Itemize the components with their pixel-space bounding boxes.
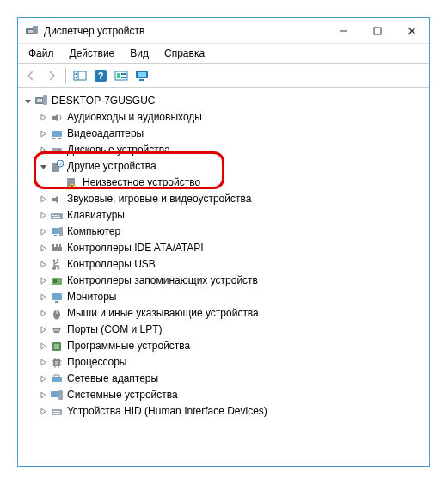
svg-rect-25 xyxy=(58,138,61,139)
expander-closed-icon[interactable] xyxy=(37,244,49,252)
svg-rect-22 xyxy=(43,95,47,105)
tree-node-net[interactable]: Сетевые адаптеры xyxy=(21,371,429,387)
svg-rect-19 xyxy=(139,79,144,81)
tree-node-other[interactable]: ? Другие устройства xyxy=(21,158,429,175)
tree-node-audio[interactable]: Аудиовходы и аудиовыходы xyxy=(21,109,429,126)
computer-icon xyxy=(34,95,48,108)
svg-point-56 xyxy=(56,329,58,331)
device-manager-window: Диспетчер устройств Файл Действие Вид Сп… xyxy=(17,17,430,467)
svg-rect-14 xyxy=(117,73,120,78)
expander-closed-icon[interactable] xyxy=(37,114,49,121)
tree-root-label: DESKTOP-7GUSGUC xyxy=(52,93,155,109)
tree-node-hid[interactable]: Устройства HID (Human Interface Devices) xyxy=(21,403,429,420)
tree-label: Звуковые, игровые и видеоустройства xyxy=(67,191,251,207)
ide-controller-icon xyxy=(50,242,64,255)
svg-rect-33 xyxy=(51,213,63,219)
tree-label: Видеоадаптеры xyxy=(67,126,144,142)
svg-rect-37 xyxy=(53,217,60,218)
scan-hardware-button[interactable] xyxy=(112,66,131,85)
svg-rect-7 xyxy=(74,71,86,80)
mouse-icon xyxy=(50,307,64,321)
expander-closed-icon[interactable] xyxy=(37,310,49,317)
svg-point-27 xyxy=(58,150,60,152)
svg-rect-35 xyxy=(55,215,57,216)
svg-point-48 xyxy=(58,267,60,269)
expander-closed-icon[interactable] xyxy=(37,277,49,285)
tree-node-usb[interactable]: Контроллеры USB xyxy=(21,256,429,273)
expander-open-icon[interactable] xyxy=(21,97,34,105)
expander-closed-icon[interactable] xyxy=(37,342,49,350)
expander-closed-icon[interactable] xyxy=(37,391,49,399)
tree-node-cpu[interactable]: Процессоры xyxy=(21,354,429,371)
expander-closed-icon[interactable] xyxy=(37,146,49,154)
tree-node-system[interactable]: Системные устройства xyxy=(21,387,429,403)
port-icon xyxy=(50,323,64,337)
toolbar-separator xyxy=(65,68,66,83)
tree-node-unknown[interactable]: ! Неизвестное устройство xyxy=(21,175,429,191)
expander-closed-icon[interactable] xyxy=(37,293,49,301)
tree-node-sound[interactable]: Звуковые, игровые и видеоустройства xyxy=(21,191,429,207)
svg-point-55 xyxy=(54,329,56,331)
minimize-button[interactable] xyxy=(326,18,360,44)
maximize-button[interactable] xyxy=(360,18,395,44)
svg-rect-39 xyxy=(54,235,57,236)
svg-rect-9 xyxy=(76,73,77,75)
expander-closed-icon[interactable] xyxy=(37,130,49,138)
tree-node-storage[interactable]: Контроллеры запоминающих устройств xyxy=(21,273,429,289)
svg-rect-38 xyxy=(52,228,59,234)
expander-closed-icon[interactable] xyxy=(37,326,49,334)
tree-node-software[interactable]: Программные устройства xyxy=(21,338,429,354)
tree-node-video[interactable]: Видеоадаптеры xyxy=(21,126,429,142)
device-tree[interactable]: DESKTOP-7GUSGUC Аудиовходы и аудиовыходы… xyxy=(18,88,429,466)
tree-label: Сетевые адаптеры xyxy=(67,371,158,387)
svg-rect-74 xyxy=(53,411,60,412)
menu-view[interactable]: Вид xyxy=(123,46,156,61)
svg-rect-1 xyxy=(28,30,33,33)
tree-label: Системные устройства xyxy=(67,387,178,403)
tree-label: Неизвестное устройство xyxy=(83,175,200,191)
expander-closed-icon[interactable] xyxy=(37,195,49,203)
menu-file[interactable]: Файл xyxy=(21,46,61,61)
svg-rect-73 xyxy=(52,409,62,415)
app-icon xyxy=(25,24,39,38)
svg-point-46 xyxy=(53,259,56,261)
expander-open-icon[interactable] xyxy=(37,163,49,170)
tree-node-monitor[interactable]: Мониторы xyxy=(21,289,429,305)
svg-rect-47 xyxy=(57,259,59,261)
tree-node-disk[interactable]: Дисковые устройства xyxy=(21,142,429,158)
tree-label: Компьютер xyxy=(67,224,120,240)
expander-closed-icon[interactable] xyxy=(37,261,49,268)
menu-action[interactable]: Действие xyxy=(63,46,122,61)
svg-rect-51 xyxy=(52,293,62,300)
hid-icon xyxy=(50,405,64,419)
svg-rect-75 xyxy=(53,413,60,414)
sound-icon xyxy=(50,193,64,206)
tree-node-computer[interactable]: Компьютер xyxy=(21,224,429,240)
other-devices-icon: ? xyxy=(50,160,64,174)
tree-node-mouse[interactable]: Мыши и иные указывающие устройства xyxy=(21,305,429,322)
tree-node-ports[interactable]: Порты (COM и LPT) xyxy=(21,322,429,338)
software-device-icon xyxy=(50,340,64,353)
expander-closed-icon[interactable] xyxy=(37,228,49,236)
disk-icon xyxy=(50,144,64,157)
svg-text:!: ! xyxy=(71,183,73,189)
tree-label: Мониторы xyxy=(67,289,116,305)
help-button[interactable]: ? xyxy=(91,66,110,85)
tree-node-ide[interactable]: Контроллеры IDE ATA/ATAPI xyxy=(21,240,429,256)
show-hide-tree-button[interactable] xyxy=(71,66,89,85)
expander-closed-icon[interactable] xyxy=(37,375,49,383)
pc-icon xyxy=(50,225,64,239)
svg-rect-72 xyxy=(58,390,63,400)
close-button[interactable] xyxy=(395,18,429,44)
tree-root[interactable]: DESKTOP-7GUSGUC xyxy=(21,93,429,109)
svg-rect-41 xyxy=(52,247,62,251)
expander-closed-icon[interactable] xyxy=(37,212,49,219)
tree-node-keyboard[interactable]: Клавиатуры xyxy=(21,207,429,224)
svg-rect-52 xyxy=(55,301,58,303)
window-controls xyxy=(326,18,429,44)
tree-label: Дисковые устройства xyxy=(67,142,170,158)
menu-help[interactable]: Справка xyxy=(157,46,212,61)
expander-closed-icon[interactable] xyxy=(37,359,49,366)
expander-closed-icon[interactable] xyxy=(37,408,49,415)
monitor-button[interactable] xyxy=(132,66,151,85)
